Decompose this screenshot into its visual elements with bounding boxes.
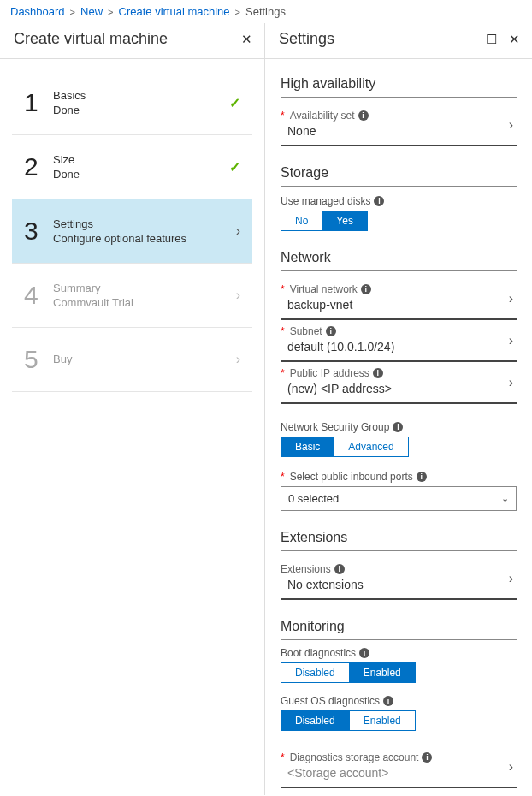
info-icon[interactable]: i [334,564,345,574]
chevron-right-icon: › [236,288,240,303]
breadcrumb-new[interactable]: New [80,5,103,18]
toggle-advanced[interactable]: Advanced [334,437,408,457]
step-title: Buy [53,353,236,365]
left-panel: Create virtual machine ✕ 1 Basics Done ✓… [0,23,265,795]
step-subtitle: Configure optional features [53,232,236,245]
field-label: Subnet [290,325,322,337]
step-buy[interactable]: 5 Buy › [12,328,252,392]
step-settings[interactable]: 3 Settings Configure optional features › [12,199,252,264]
field-label: Use managed disks [281,195,370,207]
section-high-availability: High availability [281,76,517,92]
info-icon[interactable]: i [374,196,384,206]
toggle-boot-diagnostics: Disabled Enabled [281,662,517,683]
field-label: Public IP address [290,367,369,379]
field-label: Network Security Group [281,421,389,433]
info-icon[interactable]: i [326,326,336,336]
steps-list: 1 Basics Done ✓ 2 Size Done ✓ 3 Settings [0,58,264,392]
toggle-no[interactable]: No [281,211,322,231]
field-value: (new) <IP address> [281,382,517,395]
step-number: 5 [24,345,53,374]
chevron-right-icon: > [70,7,75,17]
close-icon[interactable]: ✕ [509,32,520,47]
field-virtual-network[interactable]: *Virtual network i backup-vnet › [281,278,517,320]
info-icon[interactable]: i [358,110,369,121]
field-value: default (10.0.1.0/24) [281,340,517,353]
right-panel-title: Settings [279,30,334,48]
chevron-right-icon: > [108,7,113,17]
field-value: backup-vnet [281,298,517,312]
field-label: Boot diagnostics [281,647,356,659]
field-diagnostics-storage[interactable]: *Diagnostics storage account i <Storage … [281,746,517,788]
chevron-right-icon: › [509,291,513,306]
toggle-basic[interactable]: Basic [281,437,334,457]
divider [281,270,517,271]
breadcrumb-dashboard[interactable]: Dashboard [10,5,65,18]
info-icon[interactable]: i [422,752,432,763]
toggle-yes[interactable]: Yes [322,211,368,231]
dropdown-value: 0 selected [288,492,339,505]
toggle-guest-diagnostics: Disabled Enabled [281,710,517,731]
step-summary[interactable]: 4 Summary Commvault Trial › [12,264,252,328]
maximize-icon[interactable]: ☐ [486,32,497,47]
required-icon: * [281,325,285,337]
field-subnet[interactable]: *Subnet i default (10.0.1.0/24) › [281,320,517,362]
info-icon[interactable]: i [361,284,371,294]
required-icon: * [281,471,285,483]
right-panel: Settings ☐ ✕ High availability *Availabi… [265,23,532,795]
toggle-nsg: Basic Advanced [281,437,517,457]
chevron-down-icon: ⌄ [501,493,509,504]
section-extensions: Extensions [281,530,517,545]
toggle-disabled[interactable]: Disabled [281,710,349,731]
step-size[interactable]: 2 Size Done ✓ [12,135,252,199]
chevron-right-icon: › [509,375,513,390]
step-basics[interactable]: 1 Basics Done ✓ [12,71,252,135]
section-network: Network [281,250,517,265]
chevron-right-icon: › [236,352,240,367]
chevron-right-icon: › [509,571,513,586]
check-icon: ✓ [229,159,240,175]
info-icon[interactable]: i [417,472,427,482]
field-value: <Storage account> [281,766,517,780]
toggle-disabled[interactable]: Disabled [281,662,349,683]
info-icon[interactable]: i [373,368,383,378]
check-icon: ✓ [229,95,240,111]
step-title: Size [53,153,229,166]
required-icon: * [281,283,285,295]
toggle-enabled[interactable]: Enabled [349,662,416,683]
divider [281,639,517,640]
step-subtitle: Done [53,104,229,116]
required-icon: * [281,751,285,763]
info-icon[interactable]: i [359,648,369,658]
section-storage: Storage [281,165,517,181]
toggle-managed-disks: No Yes [281,211,517,231]
step-number: 1 [24,88,53,117]
step-title: Summary [53,282,236,294]
chevron-right-icon: > [235,7,240,17]
chevron-right-icon: › [236,223,240,239]
step-title: Basics [53,89,229,102]
step-subtitle: Done [53,168,229,181]
field-label: Availability set [290,110,355,122]
info-icon[interactable]: i [393,422,403,432]
divider [281,186,517,187]
step-number: 4 [24,281,53,310]
field-value: No extensions [281,578,517,591]
toggle-enabled[interactable]: Enabled [349,710,416,731]
step-title: Settings [53,217,236,230]
field-label: Extensions [281,563,331,575]
field-public-ip[interactable]: *Public IP address i (new) <IP address> … [281,362,517,404]
field-availability-set[interactable]: *Availability set i None › [281,104,517,146]
breadcrumb-create-vm[interactable]: Create virtual machine [119,5,230,18]
chevron-right-icon: › [509,759,513,775]
left-panel-title: Create virtual machine [14,30,168,48]
breadcrumb: Dashboard > New > Create virtual machine… [0,0,532,23]
step-number: 2 [24,152,53,181]
dropdown-inbound-ports[interactable]: 0 selected ⌄ [281,486,517,511]
field-extensions[interactable]: Extensions i No extensions › [281,558,517,600]
step-subtitle: Commvault Trial [53,296,236,309]
field-label: Guest OS diagnostics [281,695,380,707]
required-icon: * [281,367,285,379]
close-icon[interactable]: ✕ [241,32,252,47]
info-icon[interactable]: i [383,696,393,706]
step-number: 3 [24,217,53,246]
